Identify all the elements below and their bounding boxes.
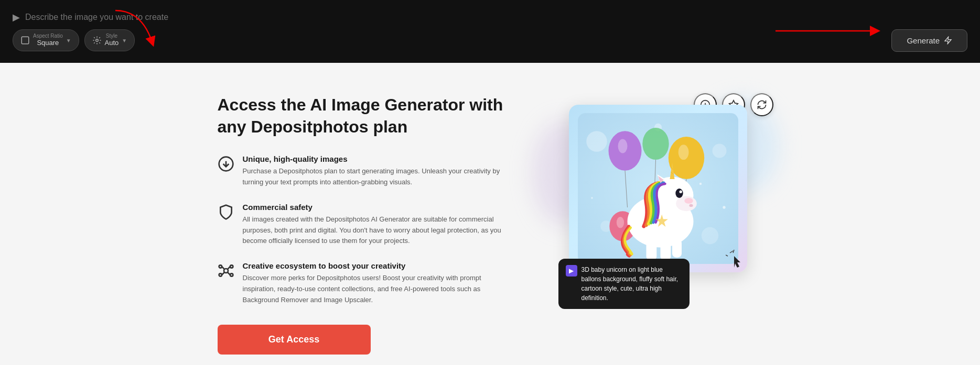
feature-1-content: Unique, high-quality images Purchase a D… xyxy=(243,154,511,188)
svg-point-8 xyxy=(230,274,233,276)
svg-point-5 xyxy=(219,266,221,268)
svg-marker-2 xyxy=(945,37,951,43)
svg-rect-44 xyxy=(660,241,671,260)
refresh-action-button[interactable] xyxy=(750,93,773,116)
generate-button[interactable]: Generate xyxy=(891,29,967,52)
chevron-down-icon: ▼ xyxy=(66,38,71,43)
svg-point-23 xyxy=(618,139,627,153)
prompt-tooltip: ▶ 3D baby unicorn on light blue ballons … xyxy=(558,259,690,309)
feature-2-title: Commercial safety xyxy=(243,203,511,212)
feature-3-content: Creative ecosystem to boost your creativ… xyxy=(243,261,511,305)
prompt-tooltip-icon: ▶ xyxy=(566,265,577,276)
shield-icon xyxy=(218,204,234,220)
svg-point-37 xyxy=(689,204,693,207)
svg-point-31 xyxy=(616,217,623,228)
feature-3-title: Creative ecosystem to boost your creativ… xyxy=(243,261,511,270)
svg-point-35 xyxy=(675,189,683,198)
svg-point-12 xyxy=(586,131,607,152)
feature-2-desc: All images created with the Depositphoto… xyxy=(243,214,511,247)
feature-2-content: Commercial safety All images created wit… xyxy=(243,203,511,247)
prompt-row: ▶ xyxy=(13,12,967,23)
svg-rect-43 xyxy=(646,241,656,260)
aspect-ratio-button[interactable]: Aspect Ratio Square ▼ xyxy=(13,29,79,51)
svg-point-26 xyxy=(678,145,688,160)
svg-point-14 xyxy=(701,227,718,244)
svg-point-21 xyxy=(591,197,593,199)
prompt-input[interactable] xyxy=(25,13,967,22)
main-title: Access the AI Image Generator with any D… xyxy=(218,94,511,138)
svg-point-36 xyxy=(679,191,682,193)
square-icon xyxy=(20,36,30,45)
feature-3-desc: Discover more perks for Depositphotos us… xyxy=(243,273,511,305)
svg-rect-45 xyxy=(672,239,682,257)
svg-point-7 xyxy=(219,274,221,276)
style-button[interactable]: Style Auto ▼ xyxy=(84,29,135,51)
feature-item-3: Creative ecosystem to boost your creativ… xyxy=(218,261,511,305)
aspect-ratio-label: Aspect Ratio xyxy=(33,34,63,39)
svg-point-1 xyxy=(95,39,98,42)
controls-row: Aspect Ratio Square ▼ Style Auto ▼ G xyxy=(13,29,967,52)
image-card xyxy=(569,105,747,272)
svg-rect-0 xyxy=(21,37,29,44)
svg-point-13 xyxy=(712,144,726,158)
feature-item-1: Unique, high-quality images Purchase a D… xyxy=(218,154,511,188)
svg-point-28 xyxy=(642,128,669,160)
svg-point-20 xyxy=(723,206,725,208)
svg-point-6 xyxy=(230,266,233,268)
prompt-tooltip-text: 3D baby unicorn on light blue ballons ba… xyxy=(581,265,682,303)
get-access-button[interactable]: Get Access xyxy=(218,325,371,355)
feature-1-desc: Purchase a Depositphotos plan to start g… xyxy=(243,166,511,188)
style-icon xyxy=(92,36,102,45)
svg-point-34 xyxy=(676,196,697,211)
right-section: ▶ 3D baby unicorn on light blue ballons … xyxy=(553,89,763,309)
creativity-icon xyxy=(218,262,234,279)
left-section: Access the AI Image Generator with any D… xyxy=(218,89,511,355)
svg-point-47 xyxy=(684,198,693,204)
download-circle-icon xyxy=(218,156,234,172)
svg-point-18 xyxy=(699,183,702,185)
prompt-icon: ▶ xyxy=(13,12,20,23)
generate-icon xyxy=(944,36,952,45)
generate-label: Generate xyxy=(907,36,940,45)
refresh-icon xyxy=(757,99,767,110)
main-content: Access the AI Image Generator with any D… xyxy=(0,63,980,365)
style-value: Auto xyxy=(105,39,119,47)
chevron-down-icon: ▼ xyxy=(122,38,127,43)
feature-item-2: Commercial safety All images created wit… xyxy=(218,203,511,247)
top-bar: ▶ Aspect Ratio Square ▼ xyxy=(0,0,980,63)
aspect-ratio-value: Square xyxy=(33,39,63,47)
controls-left: Aspect Ratio Square ▼ Style Auto ▼ xyxy=(13,29,135,51)
feature-list: Unique, high-quality images Purchase a D… xyxy=(218,154,511,305)
feature-1-title: Unique, high-quality images xyxy=(243,154,511,163)
unicorn-illustration xyxy=(578,113,738,264)
style-label: Style xyxy=(105,34,119,39)
